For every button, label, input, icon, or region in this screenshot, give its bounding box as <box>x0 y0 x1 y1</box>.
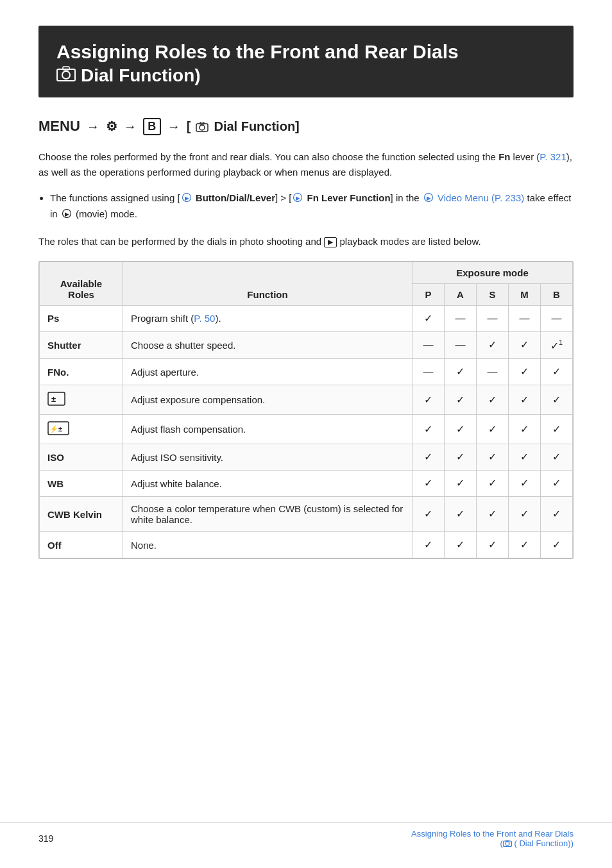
check-cell-p: ✓ <box>412 532 445 558</box>
check-cell-a: — <box>445 305 477 331</box>
check-cell-p: — <box>412 359 445 385</box>
video-icon-2: ▶ <box>293 191 303 206</box>
header-col-p: P <box>412 283 445 305</box>
role-cell: WB <box>40 471 123 497</box>
table-row: ⚡±Adjust flash compensation.✓✓✓✓✓ <box>40 415 573 444</box>
check-cell-b: ✓ <box>541 359 573 385</box>
check-cell-m: ✓ <box>509 359 541 385</box>
check-cell-a: ✓ <box>445 415 477 444</box>
svg-point-1 <box>62 71 70 79</box>
table-row: CWB KelvinChoose a color temperature whe… <box>40 497 573 532</box>
function-cell: Adjust white balance. <box>123 471 412 497</box>
check-cell-p: ✓ <box>412 471 445 497</box>
roles-table: Available Roles Function Exposure mode P… <box>39 262 573 559</box>
check-cell-s: ✓ <box>477 471 509 497</box>
intro-para2: The roles that can be performed by the d… <box>38 234 574 249</box>
svg-rect-2 <box>63 67 69 70</box>
check-cell-b: ✓1 <box>541 331 573 359</box>
arrow3: → <box>167 119 180 134</box>
check-cell-a: ✓ <box>445 385 477 415</box>
page-title-line1: Assigning Roles to the Front and Rear Di… <box>56 40 556 64</box>
footer-link-line1[interactable]: Assigning Roles to the Front and Rear Di… <box>411 829 574 839</box>
check-cell-s: — <box>477 305 509 331</box>
header-available-roles: Available Roles <box>40 262 123 305</box>
menu-label: MENU <box>38 118 80 135</box>
page-title-line2: Dial Function) ( <box>56 65 556 86</box>
svg-text:▶: ▶ <box>184 196 189 201</box>
page-number: 319 <box>38 833 53 844</box>
role-cell: Off <box>40 532 123 558</box>
svg-point-4 <box>200 125 205 130</box>
check-cell-m: ✓ <box>509 444 541 471</box>
role-cell: Ps <box>40 305 123 331</box>
svg-text:±: ± <box>51 394 56 404</box>
check-cell-p: ✓ <box>412 444 445 471</box>
role-cell: FNo. <box>40 359 123 385</box>
role-cell: ⚡± <box>40 415 123 444</box>
video-icon-1: ▶ <box>182 191 192 206</box>
arrow2: → <box>124 119 137 134</box>
check-cell-m: — <box>509 305 541 331</box>
video-mode-icon: ▶ <box>62 207 72 222</box>
bullet-link1-text[interactable]: Button/Dial/Lever <box>196 192 275 203</box>
intro-para1: Choose the roles performed by the front … <box>38 149 574 180</box>
svg-point-19 <box>506 842 509 846</box>
check-cell-p: ✓ <box>412 497 445 532</box>
table-row: ±Adjust exposure compensation.✓✓✓✓✓ <box>40 385 573 415</box>
title-box: Assigning Roles to the Front and Rear Di… <box>38 26 574 97</box>
bracket-label: [ Dial Function] <box>187 119 300 134</box>
bullet-list: The functions assigned using [ ▶ Button/… <box>50 190 574 222</box>
header-col-a: A <box>445 283 477 305</box>
playback-icon-inline: ▶ <box>324 237 337 247</box>
check-cell-a: ✓ <box>445 444 477 471</box>
svg-text:▶: ▶ <box>64 212 69 217</box>
check-cell-s: ✓ <box>477 331 509 359</box>
check-cell-p: — <box>412 331 445 359</box>
check-cell-m: ✓ <box>509 497 541 532</box>
table-row: ISOAdjust ISO sensitivity.✓✓✓✓✓ <box>40 444 573 471</box>
page-subtitle-text: Dial Function) <box>81 65 201 86</box>
function-cell: Program shift (P. 50). <box>123 305 412 331</box>
footer-link-line2-text[interactable]: ( Dial Function) <box>514 839 571 848</box>
footer-line <box>0 822 612 823</box>
video-icon-3: ▶ <box>423 191 434 206</box>
camera-icon-title <box>56 65 76 86</box>
table-row: FNo.Adjust aperture.—✓—✓✓ <box>40 359 573 385</box>
check-cell-m: ✓ <box>509 385 541 415</box>
role-cell: ISO <box>40 444 123 471</box>
table-body: PsProgram shift (P. 50).✓————ShutterChoo… <box>40 305 573 558</box>
check-cell-p: ✓ <box>412 385 445 415</box>
check-cell-p: ✓ <box>412 415 445 444</box>
check-cell-m: ✓ <box>509 331 541 359</box>
check-cell-a: — <box>445 331 477 359</box>
footer: 319 Assigning Roles to the Front and Rea… <box>0 829 612 849</box>
function-cell: Choose a shutter speed. <box>123 331 412 359</box>
check-cell-a: ✓ <box>445 532 477 558</box>
bullet-link2-text[interactable]: Fn Lever Function <box>307 192 391 203</box>
fn-bold: Fn <box>498 151 510 162</box>
header-col-b: B <box>541 283 573 305</box>
p321-link[interactable]: P. 321 <box>540 151 566 162</box>
svg-text:▶: ▶ <box>426 196 430 201</box>
check-cell-m: ✓ <box>509 532 541 558</box>
function-cell: Adjust ISO sensitivity. <box>123 444 412 471</box>
check-cell-s: — <box>477 359 509 385</box>
function-cell: Adjust exposure compensation. <box>123 385 412 415</box>
check-cell-a: ✓ <box>445 471 477 497</box>
function-cell: None. <box>123 532 412 558</box>
data-table: Available Roles Function Exposure mode P… <box>38 261 574 560</box>
svg-rect-14 <box>48 392 65 405</box>
b-box: B <box>143 118 161 135</box>
footer-links: Assigning Roles to the Front and Rear Di… <box>411 829 574 849</box>
function-cell: Adjust flash compensation. <box>123 415 412 444</box>
menu-path: MENU → ⚙ → B → [ Dial Function] <box>38 118 574 135</box>
check-cell-b: ✓ <box>541 415 573 444</box>
svg-text:⚡±: ⚡± <box>49 424 62 433</box>
video-menu-link[interactable]: Video Menu (P. 233) <box>438 192 524 203</box>
footer-link-line2: ( ( Dial Function)) <box>411 839 574 849</box>
check-cell-b: ✓ <box>541 532 573 558</box>
table-row: OffNone.✓✓✓✓✓ <box>40 532 573 558</box>
camera-icon-footer <box>503 839 512 849</box>
page: Assigning Roles to the Front and Rear Di… <box>0 0 612 868</box>
header-function: Function <box>123 262 412 305</box>
